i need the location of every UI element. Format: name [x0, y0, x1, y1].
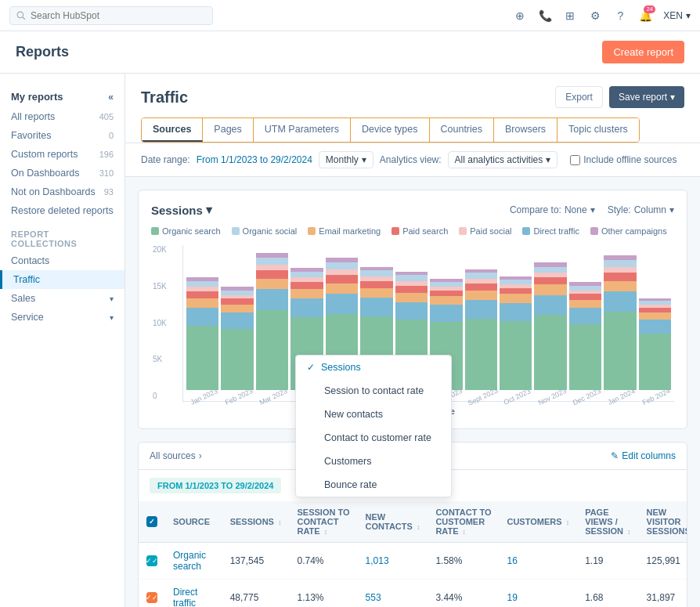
bar-segment-email: [186, 298, 218, 308]
bar-segment-paid_social: [604, 267, 636, 273]
bar-segment-paid_search: [430, 291, 462, 297]
all-sources-link[interactable]: All sources ›: [150, 450, 202, 461]
sidebar-item-favorites[interactable]: Favorites 0: [0, 126, 124, 145]
bar-segment-paid_social: [326, 269, 358, 276]
col-page-views[interactable]: PAGEVIEWS /SESSION ↕: [577, 501, 638, 543]
bar-segment-paid_search: [465, 284, 497, 291]
analytics-view-label: Analytics view:: [380, 154, 442, 165]
col-sessions[interactable]: SESSIONS ↕: [222, 501, 290, 543]
bar-segment-paid_search: [221, 298, 253, 305]
notifications-icon[interactable]: 🔔 24: [638, 9, 652, 23]
sidebar-item-restore-deleted[interactable]: Restore deleted reports: [0, 201, 124, 220]
help-icon[interactable]: ⊕: [513, 9, 527, 23]
col-new-contacts[interactable]: NEWCONTACTS ↕: [358, 501, 428, 543]
bar-segment-email: [221, 305, 253, 313]
style-dropdown[interactable]: Style: Column ▾: [608, 204, 674, 215]
tab-pages[interactable]: Pages: [203, 118, 253, 142]
select-all-checkbox[interactable]: [146, 516, 157, 527]
analytics-view-dropdown[interactable]: All analytics activities ▾: [448, 151, 558, 168]
row-checkbox-cell[interactable]: ✓: [139, 580, 165, 608]
edit-columns-button[interactable]: ✎ Edit columns: [611, 450, 676, 461]
bar-segment-organic_search: [569, 324, 601, 390]
tab-utm-parameters[interactable]: UTM Parameters: [254, 118, 351, 142]
sort-page-views-icon: ↕: [627, 528, 631, 536]
chart-area: Sessions ▾ Compare to: None ▾ Style: Col…: [138, 190, 687, 429]
col-session-contact[interactable]: SESSION TOCONTACTRATE ↕: [289, 501, 357, 543]
bar-segment-email: [395, 293, 428, 302]
search-input[interactable]: [31, 10, 187, 21]
row-checkbox[interactable]: ✓: [146, 555, 157, 566]
legend-organic-social: Organic social: [232, 226, 298, 236]
y-axis: 20K 15K 10K 5K 0: [153, 245, 167, 400]
sidebar-label-not-on-dashboards: Not on Dashboards: [11, 186, 96, 197]
style-chevron-icon: ▾: [669, 204, 674, 215]
dropdown-item-sessions[interactable]: ✓ Sessions: [296, 356, 451, 379]
row-checkbox-cell[interactable]: ✓: [139, 543, 165, 580]
bar-group: Mar 2023: [256, 253, 288, 402]
date-range-value[interactable]: From 1/1/2023 to 29/2/2024: [197, 154, 312, 165]
collapse-icon[interactable]: «: [108, 92, 114, 103]
legend-dot-organic-search: [151, 227, 159, 235]
compare-to-dropdown[interactable]: Compare to: None ▾: [510, 204, 595, 215]
question-icon[interactable]: ?: [613, 9, 627, 23]
col-new-visitor[interactable]: NEWVISITORSESSIONS ↕: [639, 501, 687, 543]
source-link[interactable]: Organic search: [173, 550, 206, 572]
row-checkbox[interactable]: ✓: [146, 592, 157, 603]
tab-device-types[interactable]: Device types: [351, 118, 430, 142]
dropdown-item-new-contacts[interactable]: New contacts: [296, 403, 451, 426]
col-contact-customer[interactable]: CONTACT TOCUSTOMERRATE ↕: [428, 501, 499, 543]
tab-browsers[interactable]: Browsers: [494, 118, 557, 142]
sort-customers-icon: ↕: [566, 518, 570, 526]
offline-sources-label: Include offline sources: [583, 154, 677, 165]
edit-columns-icon: ✎: [611, 450, 619, 461]
bar-segment-paid_search: [290, 282, 323, 289]
bar-segment-organic_social: [186, 281, 218, 287]
sidebar-item-traffic[interactable]: Traffic: [0, 270, 124, 289]
dropdown-item-customers[interactable]: Customers: [296, 450, 451, 473]
offline-sources-check[interactable]: Include offline sources: [570, 154, 677, 165]
header-checkbox[interactable]: [139, 501, 165, 543]
sidebar-label-favorites: Favorites: [11, 130, 51, 141]
user-name: XEN: [663, 10, 683, 21]
export-button[interactable]: Export: [555, 86, 603, 108]
sidebar-item-service[interactable]: Service ▾: [0, 308, 124, 327]
tab-topic-clusters[interactable]: Topic clusters: [557, 118, 639, 142]
main-layout: My reports « All reports 405 Favorites 0…: [0, 74, 700, 607]
legend-dot-organic-social: [232, 227, 240, 235]
bar-segment-direct: [395, 302, 428, 320]
tab-sources[interactable]: Sources: [142, 118, 203, 142]
tab-countries[interactable]: Countries: [430, 118, 495, 142]
period-dropdown[interactable]: Monthly ▾: [319, 151, 373, 168]
sidebar-item-contacts[interactable]: Contacts: [0, 251, 124, 270]
grid-icon[interactable]: ⊞: [563, 9, 577, 23]
bar-segment-paid_search: [534, 277, 566, 284]
cell-source[interactable]: Direct traffic: [165, 580, 222, 608]
sidebar-label-traffic: Traffic: [13, 274, 40, 285]
create-report-button[interactable]: Create report: [602, 41, 684, 63]
settings-icon[interactable]: ⚙: [588, 9, 602, 23]
source-link[interactable]: Direct traffic: [173, 587, 197, 607]
legend-dot-other-campaigns: [590, 227, 598, 235]
bar-segment-direct: [500, 303, 532, 321]
sidebar-item-all-reports[interactable]: All reports 405: [0, 107, 124, 126]
cell-source[interactable]: Organic search: [165, 543, 222, 580]
bar-segment-paid_search: [569, 294, 601, 300]
col-customers[interactable]: CUSTOMERS ↕: [499, 501, 577, 543]
sidebar-item-custom-reports[interactable]: Custom reports 196: [0, 145, 124, 164]
save-report-button[interactable]: Save report ▾: [609, 86, 684, 108]
sidebar-item-sales[interactable]: Sales ▾: [0, 289, 124, 308]
bar-segment-paid_search: [186, 291, 218, 298]
dropdown-item-bounce-rate[interactable]: Bounce rate: [296, 473, 451, 497]
chart-title[interactable]: Sessions ▾: [151, 203, 212, 217]
search-bar[interactable]: [9, 6, 213, 25]
bar-segment-organic_search: [221, 329, 253, 390]
phone-icon[interactable]: 📞: [538, 9, 552, 23]
user-menu[interactable]: XEN ▾: [663, 10, 691, 21]
cell-sessions: 137,545: [222, 543, 290, 580]
compare-chevron-icon: ▾: [590, 204, 595, 215]
dropdown-item-session-contact-rate[interactable]: Session to contact rate: [296, 379, 451, 403]
sidebar-item-not-on-dashboards[interactable]: Not on Dashboards 93: [0, 182, 124, 201]
dropdown-item-contact-customer-rate[interactable]: Contact to customer rate: [296, 426, 451, 450]
sidebar-item-on-dashboards[interactable]: On Dashboards 310: [0, 164, 124, 182]
offline-sources-checkbox[interactable]: [570, 155, 580, 165]
